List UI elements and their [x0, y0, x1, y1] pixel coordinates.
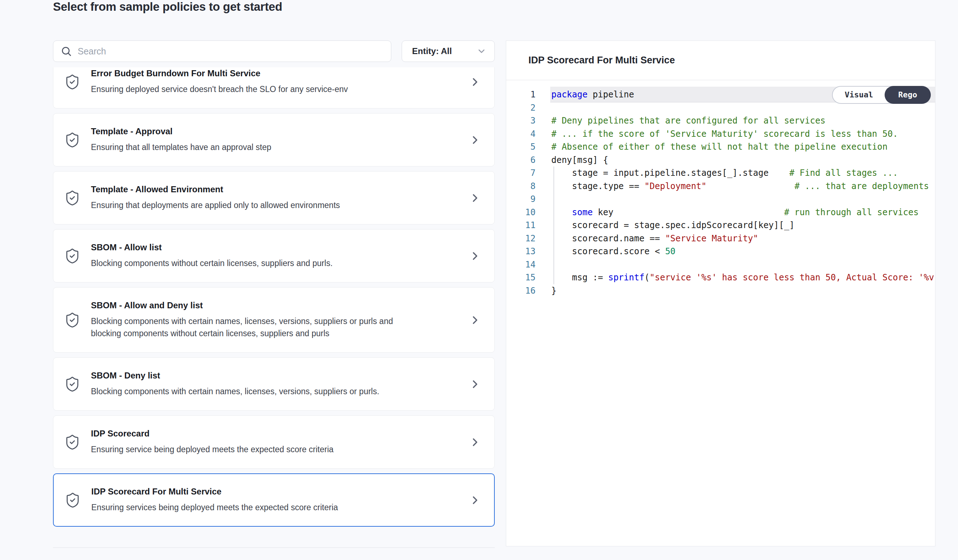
policy-preview-panel: IDP Scorecard For Multi Service 12345678… [506, 40, 936, 546]
chevron-right-icon[interactable] [469, 133, 482, 146]
visual-toggle-button[interactable]: Visual [833, 87, 885, 103]
code-editor[interactable]: 12345678910111213141516 package pipeline… [506, 80, 935, 546]
policy-description: Ensuring service being deployed meets th… [91, 443, 399, 455]
chevron-right-icon[interactable] [469, 494, 482, 507]
policy-card[interactable]: Template - Allowed Environment Ensuring … [53, 171, 495, 225]
panel-header: IDP Scorecard For Multi Service [506, 41, 935, 80]
policy-description: Ensuring services being deployed meets t… [91, 501, 399, 514]
code-content: package pipeline # Deny pipelines that a… [536, 88, 935, 297]
line-number-gutter: 12345678910111213141516 [506, 88, 536, 297]
shield-check-icon [53, 74, 91, 90]
policy-card[interactable]: IDP Scorecard Ensuring service being dep… [53, 416, 495, 469]
chevron-down-icon [476, 46, 487, 56]
code-scroll-area: 12345678910111213141516 package pipeline… [506, 80, 935, 297]
shield-check-icon [53, 248, 91, 264]
page-title: Select from sample policies to get start… [53, 0, 282, 14]
policy-card[interactable]: SBOM - Allow list Blocking components wi… [53, 229, 495, 282]
policy-description: Blocking components without certain lice… [91, 257, 399, 269]
chevron-right-icon[interactable] [469, 436, 482, 449]
chevron-right-icon[interactable] [469, 378, 482, 391]
chevron-right-icon[interactable] [469, 192, 482, 205]
shield-check-icon [53, 190, 91, 206]
policy-card[interactable]: Template - Approval Ensuring that all te… [53, 113, 495, 167]
policy-title: SBOM - Deny list [91, 371, 469, 381]
panel-title: IDP Scorecard For Multi Service [528, 55, 675, 66]
search-icon [60, 46, 72, 57]
policy-title: IDP Scorecard For Multi Service [91, 487, 469, 497]
entity-filter-label: Entity: All [412, 46, 452, 56]
policy-card[interactable]: SBOM - Deny list Blocking components wit… [53, 357, 495, 411]
policy-title: Template - Allowed Environment [91, 184, 469, 194]
shield-check-icon [53, 376, 91, 392]
policy-description: Ensuring that deployments are applied on… [91, 199, 399, 211]
policy-card[interactable]: SBOM - Allow and Deny list Blocking comp… [53, 287, 495, 353]
chevron-right-icon[interactable] [469, 76, 482, 89]
shield-check-icon [53, 312, 91, 328]
search-box[interactable] [53, 40, 391, 62]
policy-list[interactable]: Error Budget Burndown For Multi Service … [53, 67, 495, 548]
policy-card[interactable]: IDP Scorecard For Multi Service Ensuring… [53, 473, 495, 527]
policy-title: SBOM - Allow list [91, 243, 469, 252]
shield-check-icon [53, 132, 91, 148]
policy-title: Error Budget Burndown For Multi Service [91, 68, 469, 78]
policy-card[interactable]: Error Budget Burndown For Multi Service … [53, 67, 495, 108]
policy-title: SBOM - Allow and Deny list [91, 300, 469, 311]
chevron-right-icon[interactable] [469, 314, 482, 327]
policy-title: IDP Scorecard [91, 428, 469, 439]
shield-check-icon [54, 492, 91, 508]
chevron-right-icon[interactable] [469, 249, 482, 262]
shield-check-icon [53, 434, 91, 451]
search-input[interactable] [78, 46, 384, 57]
rego-toggle-button[interactable]: Rego [885, 86, 931, 104]
policy-description: Ensuring that all templates have an appr… [91, 141, 399, 153]
entity-filter-dropdown[interactable]: Entity: All [402, 40, 495, 62]
policy-title: Template - Approval [91, 126, 469, 136]
view-mode-toggle[interactable]: Visual Rego [832, 86, 931, 104]
policy-description: Ensuring deployed service doesn't breach… [91, 83, 399, 95]
policy-description: Blocking components with certain names, … [91, 385, 399, 397]
policy-description: Blocking components with certain names, … [91, 315, 399, 339]
